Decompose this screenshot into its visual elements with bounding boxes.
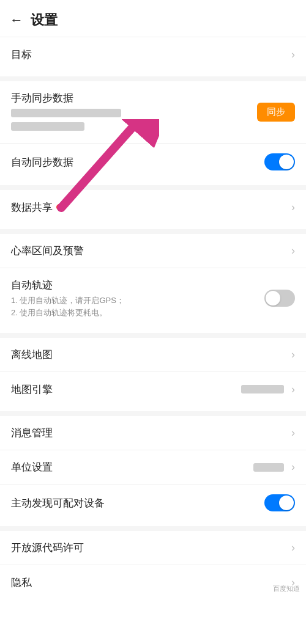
manual-sync-label: 手动同步数据	[11, 91, 257, 105]
open-source-item[interactable]: 开放源代码许可 ›	[0, 531, 306, 565]
data-sharing-dot	[56, 204, 62, 210]
offline-maps-item[interactable]: 离线地图 ›	[0, 338, 306, 372]
data-sharing-item[interactable]: 数据共享 ›	[0, 190, 306, 224]
data-sharing-label: 数据共享	[11, 200, 53, 214]
unit-settings-chevron: ›	[291, 461, 295, 474]
divider-2	[0, 185, 306, 190]
auto-track-subtitle: 1. 使用自动轨迹，请开启GPS；2. 使用自动轨迹将更耗电。	[11, 295, 264, 318]
goals-chevron: ›	[291, 48, 295, 61]
privacy-chevron: ›	[291, 576, 295, 589]
unit-settings-value	[253, 463, 284, 472]
message-manage-label: 消息管理	[11, 426, 289, 440]
section-maps: 离线地图 › 地图引擎 ›	[0, 338, 306, 406]
open-source-label: 开放源代码许可	[11, 541, 289, 555]
manual-sync-blur2	[11, 122, 84, 131]
auto-track-toggle[interactable]	[264, 290, 295, 307]
divider-3	[0, 229, 306, 234]
map-engine-value	[241, 385, 284, 393]
map-engine-item[interactable]: 地图引擎 ›	[0, 372, 306, 406]
unit-settings-label: 单位设置	[11, 460, 253, 474]
page-title: 设置	[31, 11, 58, 29]
auto-sync-label: 自动同步数据	[11, 155, 264, 169]
section-fitness: 心率区间及预警 › 自动轨迹 1. 使用自动轨迹，请开启GPS；2. 使用自动轨…	[0, 234, 306, 328]
heart-rate-label: 心率区间及预警	[11, 244, 289, 258]
heart-rate-item[interactable]: 心率区间及预警 ›	[0, 234, 306, 268]
open-source-chevron: ›	[291, 541, 295, 554]
map-engine-label: 地图引擎	[11, 382, 241, 397]
divider-4	[0, 333, 306, 338]
pair-discovery-label: 主动发现可配对设备	[11, 496, 264, 510]
privacy-item[interactable]: 隐私 ›	[0, 565, 306, 599]
section-messaging: 消息管理 › 单位设置 › 主动发现可配对设备	[0, 416, 306, 521]
message-manage-chevron: ›	[291, 426, 295, 439]
section-sync: 手动同步数据 同步 自动同步数据	[0, 81, 306, 180]
section-data-sharing: 数据共享 ›	[0, 190, 306, 224]
manual-sync-blur1	[11, 109, 121, 117]
sync-button[interactable]: 同步	[257, 103, 295, 122]
divider-6	[0, 526, 306, 531]
data-sharing-chevron: ›	[291, 201, 295, 214]
goals-item[interactable]: 目标 ›	[0, 37, 306, 71]
section-legal: 开放源代码许可 › 隐私 ›	[0, 531, 306, 599]
divider-5	[0, 411, 306, 416]
auto-sync-toggle[interactable]	[264, 153, 295, 170]
heart-rate-chevron: ›	[291, 244, 295, 257]
offline-maps-label: 离线地图	[11, 348, 289, 362]
message-manage-item[interactable]: 消息管理 ›	[0, 416, 306, 450]
pair-discovery-toggle[interactable]	[264, 494, 295, 511]
auto-track-label: 自动轨迹	[11, 278, 264, 292]
manual-sync-item[interactable]: 手动同步数据 同步	[0, 81, 306, 144]
goals-label: 目标	[11, 48, 289, 62]
section-goals: 目标 ›	[0, 37, 306, 71]
pair-discovery-item[interactable]: 主动发现可配对设备	[0, 485, 306, 521]
privacy-label: 隐私	[11, 576, 289, 590]
header: ← 设置	[0, 0, 306, 37]
map-engine-chevron: ›	[291, 383, 295, 396]
divider-1	[0, 76, 306, 81]
auto-track-item[interactable]: 自动轨迹 1. 使用自动轨迹，请开启GPS；2. 使用自动轨迹将更耗电。	[0, 268, 306, 328]
unit-settings-item[interactable]: 单位设置 ›	[0, 450, 306, 485]
auto-sync-item[interactable]: 自动同步数据	[0, 144, 306, 180]
offline-maps-chevron: ›	[291, 348, 295, 361]
back-button[interactable]: ←	[10, 12, 23, 28]
